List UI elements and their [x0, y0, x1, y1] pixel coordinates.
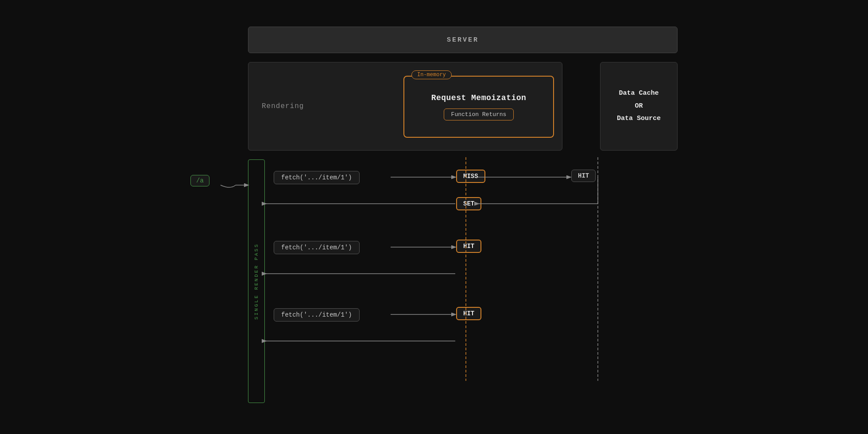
memoization-title: Request Memoization: [431, 93, 527, 102]
render-pass-bar: SINGLE RENDER PASS: [248, 159, 265, 403]
data-cache-line1: Data Cache: [619, 89, 659, 97]
function-returns-badge: Function Returns: [444, 108, 514, 120]
set-badge: SET: [456, 197, 481, 210]
render-pass-label: SINGLE RENDER PASS: [254, 243, 259, 320]
miss-badge: MISS: [456, 170, 485, 183]
fetch-box-2: fetch('.../item/1'): [274, 241, 360, 254]
fetch-box-3: fetch('.../item/1'): [274, 308, 360, 322]
route-a-label: /a: [190, 175, 209, 186]
server-box: SERVER: [248, 27, 678, 53]
server-label: SERVER: [447, 36, 479, 44]
rendering-label: Rendering: [262, 102, 304, 110]
data-cache-line2: OR: [635, 102, 643, 110]
data-cache-text: Data Cache OR Data Source: [617, 87, 661, 125]
hit-badge-1: HIT: [456, 240, 481, 253]
data-cache-box: Data Cache OR Data Source: [600, 62, 678, 151]
memoization-box: In-memory Request Memoization Function R…: [403, 76, 554, 138]
hit-badge-2: HIT: [456, 307, 481, 320]
inmemory-badge: In-memory: [411, 70, 452, 79]
hit-badge-right: HIT: [571, 170, 596, 182]
data-cache-line3: Data Source: [617, 115, 661, 122]
fetch-box-1: fetch('.../item/1'): [274, 171, 360, 184]
rendering-box: Rendering In-memory Request Memoization …: [248, 62, 562, 151]
